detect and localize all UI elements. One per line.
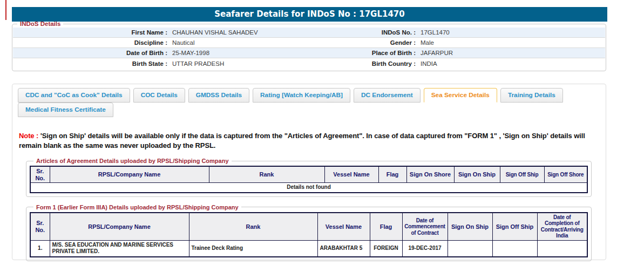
cell-date-of-commencement: 19-DEC-2017 [402, 240, 448, 257]
column-header-rpsl-company-name: RPSL/Company Name [50, 166, 209, 183]
note-body: 'Sign on Ship' details will be available… [19, 132, 585, 149]
tab-sea-service-details[interactable]: Sea Service Details [424, 88, 497, 103]
note-label: Note : [19, 132, 38, 140]
column-header-rpsl-company-name: RPSL/Company Name [50, 213, 189, 241]
tab-strip-row-2: Medical Fitness Certificate [18, 103, 600, 117]
form1-section: Form 1 (Earlier Form IIIA) Details uploa… [26, 204, 592, 261]
indos-no-value: 17GL1470 [416, 29, 605, 36]
page-title-text: Seafarer Details for INDoS No : 17GL1470 [214, 9, 404, 19]
birth-country-value: INDIA [416, 60, 605, 67]
tab-coc-details[interactable]: COC Details [133, 88, 185, 103]
first-name-value: CHAUHAN VISHAL SAHADEV [167, 29, 330, 36]
details-not-found-message: Details not found [30, 183, 587, 193]
articles-of-agreement-section: Articles of Agreement Details uploaded b… [26, 158, 592, 197]
info-row-first-name: First Name : CHAUHAN VISHAL SAHADEV INDo… [13, 28, 605, 38]
tab-medical-fitness-certificate[interactable]: Medical Fitness Certificate [18, 103, 113, 117]
tab-cdc-and-coc-as-cook-details[interactable]: CDC and "CoC as Cook" Details [18, 88, 130, 103]
tab-rating-watch-keeping-ab[interactable]: Rating [Watch Keeping/AB] [253, 88, 350, 103]
column-header-date-of-completion: Date of Completion of Contract/Arriving … [537, 213, 587, 241]
info-row-discipline: Discipline : Nautical Gender : Male [13, 38, 605, 48]
column-header-sr-no: Sr. No. [30, 166, 50, 183]
gender-label: Gender : [330, 39, 416, 46]
cell-vessel-name: ARABAKHTAR 5 [317, 240, 370, 257]
form1-table: Sr. No. RPSL/Company Name Rank Vessel Na… [30, 212, 588, 257]
first-name-label: First Name : [13, 29, 167, 36]
discipline-label: Discipline : [13, 39, 167, 46]
column-header-date-of-commencement: Date of Commencement of Contract [402, 213, 448, 241]
birth-country-label: Birth Country : [330, 60, 416, 67]
seafarer-details-page: Seafarer Details for INDoS No : 17GL1470… [0, 0, 644, 272]
column-header-sign-off-shore: Sign Off Shore [544, 166, 587, 183]
articles-of-agreement-table: Sr. No. RPSL/Company Name Rank Vessel Na… [30, 166, 588, 193]
tab-training-details[interactable]: Training Details [500, 88, 563, 103]
form1-data-row: 1. M/S. SEA EDUCATION AND MARINE SERVICE… [30, 240, 587, 257]
birth-state-value: UTTAR PRADESH [167, 60, 330, 67]
column-header-sign-on-ship: Sign On Ship [454, 166, 500, 183]
place-of-birth-label: Place of Birth : [330, 50, 416, 56]
indos-details-section: INDoS Details First Name : CHAUHAN VISHA… [12, 21, 606, 71]
column-header-vessel-name: Vessel Name [317, 213, 370, 241]
cell-flag: FOREIGN [370, 240, 402, 257]
form1-header-row: Sr. No. RPSL/Company Name Rank Vessel Na… [30, 213, 587, 241]
tab-content-panel: CDC and "CoC as Cook" Details COC Detail… [12, 84, 606, 260]
column-header-rank: Rank [189, 213, 317, 241]
column-header-vessel-name: Vessel Name [324, 166, 378, 183]
column-header-sign-off-ship: Sign Off Ship [492, 213, 537, 241]
cell-rpsl-company-name: M/S. SEA EDUCATION AND MARINE SERVICES P… [50, 240, 189, 257]
tab-strip-row-1: CDC and "CoC as Cook" Details COC Detail… [18, 88, 600, 103]
column-header-sign-on-shore: Sign On Shore [406, 166, 454, 183]
discipline-value: Nautical [167, 39, 330, 46]
indos-no-label: INDoS No. : [330, 29, 416, 36]
info-row-birth-state: Birth State : UTTAR PRADESH Birth Countr… [13, 58, 605, 69]
column-header-flag: Flag [378, 166, 406, 183]
column-header-flag: Flag [370, 213, 402, 241]
gender-value: Male [416, 39, 605, 46]
indos-details-legend: INDoS Details [17, 21, 63, 27]
aoa-empty-row: Details not found [30, 183, 587, 193]
date-of-birth-value: 25-MAY-1998 [167, 50, 330, 56]
page-title: Seafarer Details for INDoS No : 17GL1470 [12, 7, 607, 22]
column-header-sign-off-ship: Sign Off Ship [500, 166, 544, 183]
info-row-date-of-birth: Date of Birth : 25-MAY-1998 Place of Bir… [13, 48, 605, 58]
column-header-sign-on-ship: Sign On Ship [448, 213, 492, 241]
left-edge-mark [5, 0, 6, 20]
date-of-birth-label: Date of Birth : [13, 50, 167, 56]
place-of-birth-value: JAFARPUR [416, 50, 605, 56]
birth-state-label: Birth State : [13, 60, 167, 67]
cell-sign-off-ship [492, 240, 537, 257]
column-header-rank: Rank [209, 166, 324, 183]
note-text: Note : 'Sign on Ship' details will be av… [19, 131, 599, 150]
cell-sign-on-ship [448, 240, 492, 257]
column-header-sr-no: Sr. No. [30, 213, 50, 241]
cell-sr-no: 1. [30, 240, 50, 257]
aoa-header-row: Sr. No. RPSL/Company Name Rank Vessel Na… [30, 166, 587, 183]
articles-of-agreement-legend: Articles of Agreement Details uploaded b… [33, 158, 232, 164]
cell-rank: Trainee Deck Rating [189, 240, 317, 257]
form1-legend: Form 1 (Earlier Form IIIA) Details uploa… [33, 204, 241, 210]
tab-gmdss-details[interactable]: GMDSS Details [188, 88, 249, 103]
cell-date-of-completion [537, 240, 587, 257]
tab-dc-endorsement[interactable]: DC Endorsement [354, 88, 421, 103]
